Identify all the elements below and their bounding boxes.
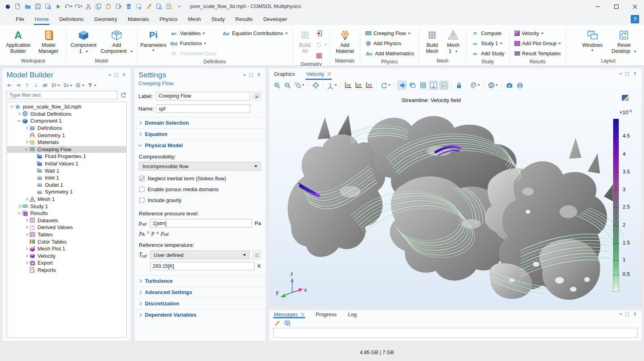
section-advanced-settings[interactable]: Advanced Settings <box>134 286 266 298</box>
add-component-button[interactable]: Add Component <box>99 27 134 54</box>
include-gravity-checkbox[interactable]: Include gravity <box>139 197 261 203</box>
tref-select[interactable]: User defined <box>150 250 250 259</box>
zoom-box-button[interactable] <box>293 81 305 90</box>
duplicate-button[interactable] <box>114 2 123 11</box>
zoom-extents-button[interactable] <box>311 81 320 90</box>
tree-item-wall1[interactable]: Wall 1 <box>7 167 126 174</box>
menu-materials[interactable]: Materials <box>122 13 154 25</box>
tree-item-component1[interactable]: Component 1 <box>7 117 126 125</box>
toolbar-overflow-button[interactable] <box>175 2 184 11</box>
chevron-right-icon[interactable] <box>24 219 29 221</box>
tree-item-mesh-plot1[interactable]: Mesh Plot 1 <box>7 245 126 252</box>
variables-button[interactable]: a= Variables <box>168 29 219 38</box>
add-material-button[interactable]: Add Material <box>333 27 357 54</box>
chevron-down-icon[interactable] <box>24 149 29 150</box>
add-physics-button[interactable]: Add Physics <box>363 39 416 48</box>
creeping-flow-dropdown[interactable]: Creeping Flow <box>363 29 416 38</box>
tab-messages[interactable]: Messages <box>274 310 304 318</box>
tree-item-creeping-flow[interactable]: Creeping Flow <box>7 146 126 153</box>
tree-item-initial-values1[interactable]: Initial Values 1 <box>7 160 126 167</box>
chevron-right-icon[interactable] <box>24 262 29 264</box>
chevron-down-icon[interactable] <box>17 120 22 121</box>
windows-button[interactable]: Windows <box>579 27 605 51</box>
maximize-button[interactable] <box>607 0 625 13</box>
refresh-icon[interactable] <box>120 92 127 98</box>
chevron-right-icon[interactable] <box>24 226 29 228</box>
float-panel-icon[interactable] <box>625 313 629 316</box>
section-equation[interactable]: Equation <box>134 128 266 140</box>
paste-button[interactable] <box>104 2 113 11</box>
mesh1-button[interactable]: Mesh 1 <box>443 27 463 54</box>
tree-item-inlet1[interactable]: Inlet 1 <box>7 174 126 182</box>
new-file-button[interactable] <box>13 2 22 11</box>
tree-item-materials[interactable]: Materials <box>7 139 126 146</box>
save-button[interactable] <box>33 2 42 11</box>
import-geometry-button[interactable] <box>316 29 327 38</box>
tab-velocity[interactable]: Velocity <box>306 68 331 80</box>
move-up-icon[interactable] <box>24 82 30 88</box>
view-yz-button[interactable]: yz <box>354 81 363 90</box>
menu-physics[interactable]: Physics <box>154 13 183 25</box>
section-domain-selection[interactable]: Domain Selection <box>134 117 266 128</box>
pin-icon[interactable] <box>632 312 638 317</box>
clear-messages-icon[interactable] <box>274 320 280 326</box>
chevron-down-icon[interactable] <box>9 106 15 107</box>
messages-output[interactable] <box>273 328 638 338</box>
menu-developer[interactable]: Developer <box>258 13 292 25</box>
preview-button[interactable] <box>155 2 163 11</box>
panel-menu-icon[interactable] <box>108 74 111 76</box>
remove-details-button[interactable] <box>316 51 327 61</box>
collapse-all-button[interactable] <box>51 82 60 88</box>
parameters-button[interactable]: Pi Parameters <box>140 27 167 51</box>
label-input[interactable] <box>156 92 250 100</box>
section-discretization[interactable]: Discretization <box>134 298 266 309</box>
chevron-right-icon[interactable] <box>17 113 22 115</box>
tab-log[interactable]: Log <box>348 310 357 318</box>
run-button[interactable] <box>54 2 63 11</box>
rotate-button[interactable] <box>380 81 391 90</box>
lock-axis-button[interactable] <box>454 81 463 90</box>
panel-menu-icon[interactable] <box>619 73 622 75</box>
compressibility-select[interactable]: Incompressible flow <box>139 162 261 171</box>
build-mesh-button[interactable]: Build Mesh <box>422 27 442 54</box>
close-icon[interactable] <box>301 313 304 316</box>
chevron-right-icon[interactable] <box>24 234 29 236</box>
scene-light-button[interactable] <box>397 81 406 90</box>
redo-button[interactable] <box>74 2 83 11</box>
clear-selection-button[interactable] <box>144 2 153 11</box>
tree-item-fluid-properties1[interactable]: Fluid Properties 1 <box>7 153 126 160</box>
study1-dropdown[interactable]: ∞ Study 1 <box>469 39 506 48</box>
rebuild-button[interactable] <box>316 40 327 49</box>
section-turbulence[interactable]: Turbulence <box>134 275 266 286</box>
menu-definitions[interactable]: Definitions <box>54 13 89 25</box>
graphics-canvas[interactable]: Streamline: Velocity field ×10-3 4.5 4 <box>269 91 642 307</box>
velocity-plot-dropdown[interactable]: Velocity <box>512 29 563 38</box>
pin-icon[interactable] <box>632 71 638 77</box>
menu-study[interactable]: Study <box>206 13 230 25</box>
section-physical-model[interactable]: Physical Model <box>134 140 266 151</box>
tree-item-symmetry1[interactable]: Symmetry 1 <box>7 188 126 196</box>
close-button[interactable] <box>625 0 644 13</box>
rename-icon[interactable] <box>253 92 261 100</box>
forward-icon[interactable] <box>15 82 21 88</box>
porous-media-checkbox[interactable]: Enable porous media domains <box>139 186 261 192</box>
pin-icon[interactable] <box>256 73 261 78</box>
application-builder-button[interactable]: A Application Builder <box>4 27 33 54</box>
undo-button[interactable] <box>64 2 73 11</box>
view-xy-button[interactable]: xy <box>344 81 353 90</box>
move-down-icon[interactable] <box>33 82 39 88</box>
tree-item-velocity[interactable]: Velocity <box>7 252 126 259</box>
tree-item-definitions[interactable]: Definitions <box>7 125 126 132</box>
zoom-in-button[interactable] <box>272 81 281 90</box>
tree-item-mesh1[interactable]: Mesh 1 <box>7 196 126 203</box>
add-study-button[interactable]: ∞ Add Study <box>469 49 506 58</box>
tree-item-global-definitions[interactable]: Global Definitions <box>7 111 126 118</box>
menu-file[interactable]: File <box>10 13 29 25</box>
node-order-button[interactable] <box>75 82 84 88</box>
chevron-right-icon[interactable] <box>24 127 29 129</box>
compute-button[interactable]: = Compute <box>469 29 506 38</box>
panel-menu-icon[interactable] <box>619 313 622 315</box>
menu-geometry[interactable]: Geometry <box>89 13 122 25</box>
float-panel-icon[interactable] <box>115 73 118 77</box>
view-xz-button[interactable]: xz <box>365 81 374 90</box>
